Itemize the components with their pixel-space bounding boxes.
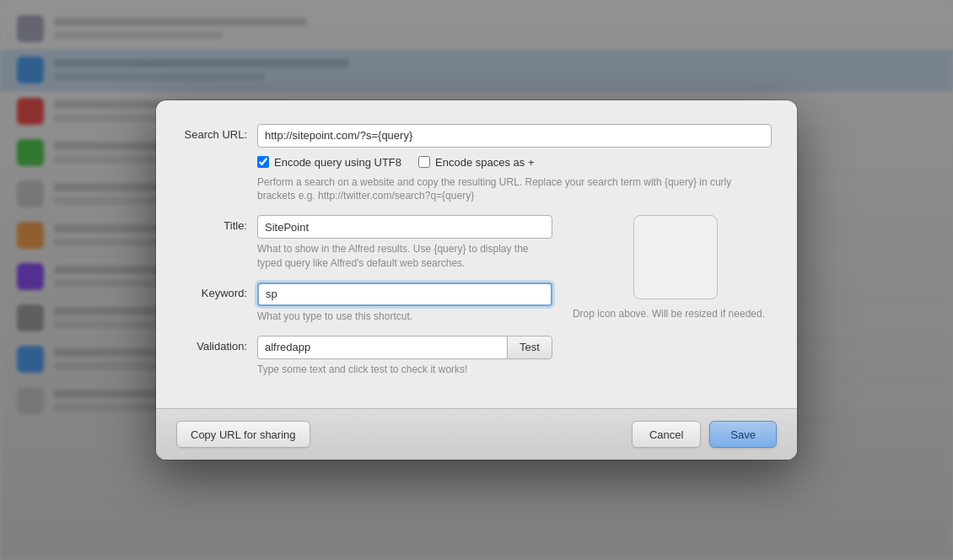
- encode-spaces-text: Encode spaces as +: [435, 156, 534, 169]
- encode-utf8-text: Encode query using UTF8: [274, 156, 401, 169]
- url-input[interactable]: [257, 124, 772, 148]
- title-input[interactable]: [257, 215, 552, 239]
- keyword-field-content: What you type to use this shortcut.: [257, 283, 552, 324]
- footer-right: Cancel Save: [632, 421, 777, 448]
- url-description-block: Perform a search on a website and copy t…: [257, 175, 772, 204]
- url-description: Perform a search on a website and copy t…: [257, 175, 772, 204]
- cancel-button[interactable]: Cancel: [632, 421, 701, 448]
- validation-input[interactable]: [257, 336, 507, 359]
- validation-label: Validation:: [181, 336, 257, 353]
- dialog-footer: Copy URL for sharing Cancel Save: [156, 408, 797, 460]
- form-fields: Title: What to show in the Alfred result…: [181, 215, 552, 388]
- keyword-label: Keyword:: [181, 283, 257, 299]
- validation-input-wrap: Test: [257, 336, 552, 359]
- keyword-input[interactable]: [257, 283, 552, 306]
- validation-row: Validation: Test Type some text and clic…: [181, 336, 552, 377]
- encode-utf8-checkbox[interactable]: [257, 156, 269, 168]
- right-panel: Drop icon above. Will be resized if need…: [566, 215, 772, 328]
- copy-url-button[interactable]: Copy URL for sharing: [176, 421, 310, 448]
- title-description: What to show in the Alfred results. Use …: [257, 242, 552, 271]
- modal-overlay: Search URL: Encode query using UTF8 Enco…: [0, 0, 953, 560]
- dialog: Search URL: Encode query using UTF8 Enco…: [156, 100, 797, 460]
- test-button[interactable]: Test: [507, 336, 552, 359]
- url-field-content: [257, 124, 772, 148]
- url-label: Search URL:: [181, 124, 257, 141]
- icon-drop-text: Drop icon above. Will be resized if need…: [566, 299, 772, 328]
- title-row: Title: What to show in the Alfred result…: [181, 215, 552, 271]
- save-button[interactable]: Save: [709, 421, 777, 448]
- encode-utf8-label[interactable]: Encode query using UTF8: [257, 156, 401, 169]
- encode-spaces-label[interactable]: Encode spaces as +: [418, 156, 534, 169]
- title-label: Title:: [181, 215, 257, 232]
- checkboxes-row: Encode query using UTF8 Encode spaces as…: [257, 156, 772, 169]
- keyword-row: Keyword: What you type to use this short…: [181, 283, 552, 324]
- encode-spaces-checkbox[interactable]: [418, 156, 430, 168]
- title-field-content: What to show in the Alfred results. Use …: [257, 215, 552, 271]
- validation-description: Type some text and click test to check i…: [257, 363, 552, 377]
- url-row: Search URL:: [181, 124, 772, 148]
- main-content-area: Title: What to show in the Alfred result…: [181, 215, 772, 388]
- icon-drop-area[interactable]: [633, 215, 718, 299]
- keyword-description: What you type to use this shortcut.: [257, 310, 552, 324]
- validation-field-content: Test Type some text and click test to ch…: [257, 336, 552, 377]
